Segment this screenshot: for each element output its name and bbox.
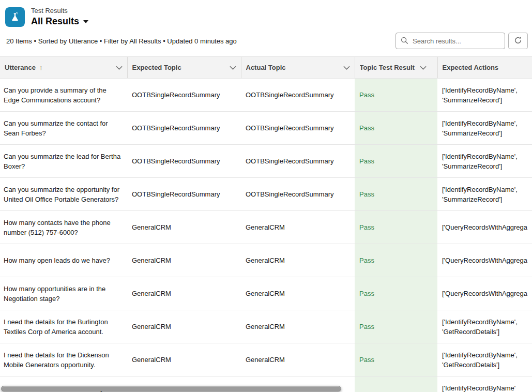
table-row[interactable]: Can you summarize the contact for Sean F… <box>0 112 532 145</box>
list-view-selector[interactable]: All Results <box>31 15 88 27</box>
results-table: Utterance ↑ Expected Topic <box>0 56 532 392</box>
utterance-cell: How many open leads do we have? <box>0 244 127 277</box>
table-row[interactable]: Can you summarize the lead for Bertha Bo… <box>0 145 532 178</box>
column-header-expected-actions[interactable]: Expected Actions <box>437 57 532 79</box>
table-row[interactable]: How many opportunities are in the Negoti… <box>0 277 532 310</box>
topic-test-result-cell: Pass <box>355 343 437 376</box>
entity-label: Test Results <box>31 6 88 15</box>
actual-topic-cell: OOTBSingleRecordSummary <box>241 79 355 112</box>
expected-topic-cell: OOTBSingleRecordSummary <box>127 112 241 145</box>
expected-actions-cell: ['IdentifyRecordByName' <box>437 376 532 392</box>
search-input[interactable] <box>396 33 505 49</box>
search-icon <box>401 37 408 47</box>
expected-topic-cell: GeneralCRM <box>127 211 241 244</box>
utterance-cell: How many contacts have the phone number … <box>0 211 127 244</box>
expected-actions-cell: ['IdentifyRecordByName', 'SummarizeRecor… <box>437 112 532 145</box>
column-header-utterance[interactable]: Utterance ↑ <box>0 57 127 79</box>
topic-test-result-cell: Pass <box>355 310 437 343</box>
expected-topic-cell: OOTBSingleRecordSummary <box>127 79 241 112</box>
expected-actions-cell: ['IdentifyRecordByName', 'SummarizeRecor… <box>437 145 532 178</box>
utterance-cell: Can you summarize the lead for Bertha Bo… <box>0 145 127 178</box>
column-header-expected-topic[interactable]: Expected Topic <box>127 57 241 79</box>
column-header-topic-test-result[interactable]: Topic Test Result <box>355 57 437 79</box>
actual-topic-cell: OOTBSingleRecordSummary <box>241 145 355 178</box>
utterance-cell: Can you provide a summary of the Edge Co… <box>0 79 127 112</box>
utterance-cell: Can you summarize the contact for Sean F… <box>0 112 127 145</box>
list-controls: 20 Items • Sorted by Utterance • Filter … <box>0 31 532 56</box>
list-summary: 20 Items • Sorted by Utterance • Filter … <box>6 37 237 45</box>
table-header-row: Utterance ↑ Expected Topic <box>0 57 532 79</box>
view-label: All Results <box>31 15 79 27</box>
expected-actions-cell: ['QueryRecordsWithAggrega <box>437 244 532 277</box>
actual-topic-cell: OOTBSingleRecordSummary <box>241 112 355 145</box>
table-row[interactable]: I need the details for the Burlington Te… <box>0 310 532 343</box>
search-box <box>396 33 505 49</box>
column-label: Topic Test Result <box>360 64 415 71</box>
chevron-down-icon[interactable] <box>340 66 350 70</box>
actual-topic-cell: GeneralCRM <box>241 343 355 376</box>
column-label: Expected Topic <box>132 64 181 71</box>
column-label: Utterance <box>5 64 36 71</box>
topic-test-result-cell: Pass <box>355 277 437 310</box>
actual-topic-cell: GeneralCRM <box>241 310 355 343</box>
expected-topic-cell: GeneralCRM <box>127 343 241 376</box>
table-row[interactable]: How many contacts have the phone number … <box>0 211 532 244</box>
expected-topic-cell: GeneralCRM <box>127 277 241 310</box>
caret-down-icon <box>83 20 88 23</box>
column-label: Expected Actions <box>443 64 499 71</box>
expected-actions-cell: ['QueryRecordsWithAggrega <box>437 277 532 310</box>
table-row[interactable]: Can you provide a summary of the Edge Co… <box>0 79 532 112</box>
expected-topic-cell: OOTBSingleRecordSummary <box>127 178 241 211</box>
column-header-actual-topic[interactable]: Actual Topic <box>241 57 355 79</box>
chevron-down-icon[interactable] <box>226 66 236 70</box>
results-table-body: Can you provide a summary of the Edge Co… <box>0 79 532 392</box>
refresh-button[interactable] <box>508 33 528 49</box>
topic-test-result-cell: Pass <box>355 178 437 211</box>
topic-test-result-cell <box>355 376 437 392</box>
controls-right <box>396 33 528 49</box>
page-header: Test Results All Results <box>0 0 532 31</box>
expected-actions-cell: ['QueryRecordsWithAggrega <box>437 211 532 244</box>
actual-topic-cell: GeneralCRM <box>241 211 355 244</box>
utterance-cell: I need the details for the Burlington Te… <box>0 310 127 343</box>
utterance-cell: I need the details for the Dickenson Mob… <box>0 343 127 376</box>
chevron-down-icon[interactable] <box>415 66 427 70</box>
table-row[interactable]: I need the details for the Dickenson Mob… <box>0 343 532 376</box>
horizontal-scrollbar-thumb[interactable] <box>1 386 341 391</box>
chevron-down-icon[interactable] <box>113 66 123 70</box>
title-block: Test Results All Results <box>31 6 88 27</box>
expected-topic-cell: GeneralCRM <box>127 244 241 277</box>
actual-topic-cell: OOTBSingleRecordSummary <box>241 178 355 211</box>
topic-test-result-cell: Pass <box>355 79 437 112</box>
table-row[interactable]: How many open leads do we have? GeneralC… <box>0 244 532 277</box>
expected-actions-cell: ['IdentifyRecordByName', 'GetRecordDetai… <box>437 343 532 376</box>
refresh-icon <box>514 36 522 46</box>
results-table-container: Utterance ↑ Expected Topic <box>0 56 532 392</box>
utterance-cell: How many opportunities are in the Negoti… <box>0 277 127 310</box>
topic-test-result-cell: Pass <box>355 244 437 277</box>
expected-topic-cell: OOTBSingleRecordSummary <box>127 145 241 178</box>
actual-topic-cell: GeneralCRM <box>241 277 355 310</box>
column-label: Actual Topic <box>246 64 286 71</box>
table-row[interactable]: Can you summarize the opportunity for Un… <box>0 178 532 211</box>
topic-test-result-cell: Pass <box>355 145 437 178</box>
sort-ascending-icon: ↑ <box>39 64 43 71</box>
expected-topic-cell: GeneralCRM <box>127 310 241 343</box>
expected-actions-cell: ['IdentifyRecordByName', 'GetRecordDetai… <box>437 310 532 343</box>
topic-test-result-cell: Pass <box>355 211 437 244</box>
flask-icon <box>5 7 25 27</box>
expected-actions-cell: ['IdentifyRecordByName', 'SummarizeRecor… <box>437 79 532 112</box>
actual-topic-cell: GeneralCRM <box>241 244 355 277</box>
topic-test-result-cell: Pass <box>355 112 437 145</box>
utterance-cell: Can you summarize the opportunity for Un… <box>0 178 127 211</box>
expected-actions-cell: ['IdentifyRecordByName', 'SummarizeRecor… <box>437 178 532 211</box>
